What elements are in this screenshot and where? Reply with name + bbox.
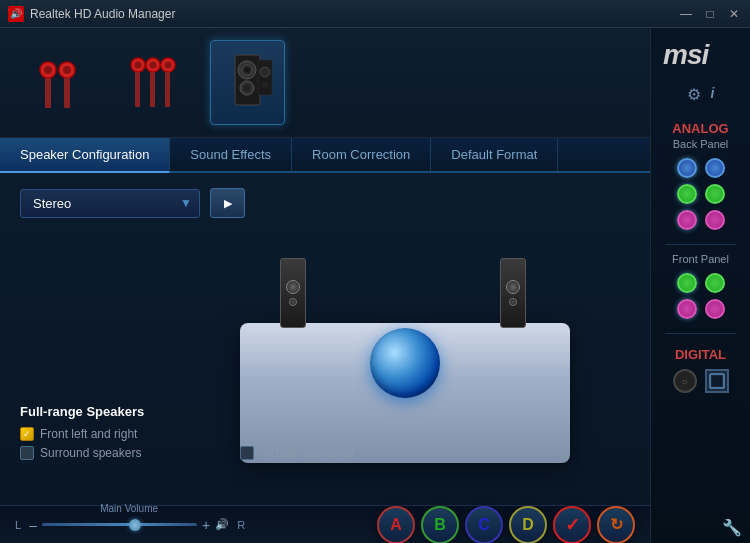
- svg-point-7: [135, 62, 142, 69]
- front-jack-pink-2[interactable]: [705, 299, 725, 319]
- front-jack-green-2[interactable]: [705, 273, 725, 293]
- button-a[interactable]: A: [377, 506, 415, 544]
- bottom-buttons: A B C D ✓ ↻: [377, 506, 635, 544]
- tab-default-format[interactable]: Default Format: [431, 138, 558, 171]
- vol-right-label: R: [237, 519, 245, 531]
- svg-rect-26: [712, 376, 722, 386]
- jack-svg-1: [30, 50, 85, 115]
- vol-left-label: L: [15, 519, 21, 531]
- back-panel-jacks-1: [677, 158, 725, 178]
- left-panel: Speaker Configuration Sound Effects Room…: [0, 28, 650, 543]
- digital-coax-icon[interactable]: [705, 369, 729, 393]
- volume-thumb[interactable]: [129, 519, 141, 531]
- svg-point-1: [44, 66, 52, 74]
- back-panel-jacks-2: [677, 184, 725, 204]
- jack-item-3[interactable]: [210, 40, 285, 125]
- tabs-bar: Speaker Configuration Sound Effects Room…: [0, 138, 650, 173]
- front-panel-jacks-2: [677, 299, 725, 319]
- svg-rect-5: [64, 78, 70, 108]
- right-icons: ⚙ i: [687, 85, 715, 104]
- button-c[interactable]: C: [465, 506, 503, 544]
- volume-bar: L Main Volume – + 🔊 R A B C D ✓ ↻: [0, 505, 650, 543]
- analog-title: ANALOG: [656, 121, 745, 136]
- button-d[interactable]: D: [509, 506, 547, 544]
- msi-logo: msi: [663, 38, 738, 77]
- jack-item-2[interactable]: [115, 40, 190, 125]
- button-b[interactable]: B: [421, 506, 459, 544]
- speaker-right: [500, 258, 530, 338]
- front-jack-green-1[interactable]: [677, 273, 697, 293]
- back-jack-blue-2[interactable]: [705, 158, 725, 178]
- back-jack-green-1[interactable]: [677, 184, 697, 204]
- jack-bar: [0, 28, 650, 138]
- checkbox-surround-speakers[interactable]: Surround speakers: [20, 446, 144, 460]
- svg-rect-2: [45, 78, 51, 108]
- volume-slider[interactable]: [42, 523, 197, 526]
- window-controls: — □ ✕: [678, 7, 742, 21]
- svg-text:msi: msi: [663, 39, 710, 70]
- jack-svg-2: [125, 50, 180, 115]
- vol-speaker-icon: 🔊: [215, 518, 229, 531]
- jack-svg-3: [220, 50, 275, 115]
- panel-divider: [665, 244, 736, 245]
- app-title: Realtek HD Audio Manager: [30, 7, 678, 21]
- svg-point-13: [165, 62, 172, 69]
- speaker-cone-right-main: [506, 280, 520, 294]
- tab-room-correction[interactable]: Room Correction: [292, 138, 431, 171]
- front-jack-pink-1[interactable]: [677, 299, 697, 319]
- digital-coax-svg: [709, 373, 725, 389]
- jack-item-1[interactable]: [20, 40, 95, 125]
- front-panel-label: Front Panel: [672, 253, 729, 265]
- close-button[interactable]: ✕: [726, 7, 742, 21]
- digital-divider: [665, 333, 736, 334]
- speaker-cone-left-main: [286, 280, 300, 294]
- front-panel-jacks-1: [677, 273, 725, 293]
- back-jack-green-2[interactable]: [705, 184, 725, 204]
- back-jack-pink-1[interactable]: [677, 210, 697, 230]
- virtual-surround-label: Virtual Surround: [260, 445, 354, 460]
- svg-point-22: [260, 67, 270, 77]
- wrench-icon[interactable]: 🔧: [722, 518, 742, 537]
- checkbox-front-left-right[interactable]: ✓ Front left and right: [20, 427, 144, 441]
- speaker-dropdown[interactable]: Stereo Quadraphonic 5.1 Speaker 7.1 Spea…: [20, 189, 200, 218]
- svg-point-4: [63, 66, 71, 74]
- fullrange-title: Full-range Speakers: [20, 404, 144, 419]
- speaker-cone-right-small: [509, 298, 517, 306]
- speaker-ball: [370, 328, 440, 398]
- checkbox-checked-icon: ✓: [20, 427, 34, 441]
- svg-point-20: [243, 84, 251, 92]
- titlebar: 🔊 Realtek HD Audio Manager — □ ✕: [0, 0, 750, 28]
- digital-optical-icon[interactable]: ○: [673, 369, 697, 393]
- content-area: Stereo Quadraphonic 5.1 Speaker 7.1 Spea…: [0, 173, 650, 505]
- button-check[interactable]: ✓: [553, 506, 591, 544]
- checkbox-label-surround: Surround speakers: [40, 446, 141, 460]
- speaker-body-left: [280, 258, 306, 328]
- virtual-surround-checkbox[interactable]: [240, 446, 254, 460]
- fullrange-section: Full-range Speakers ✓ Front left and rig…: [20, 404, 144, 465]
- app-icon: 🔊: [8, 6, 24, 22]
- svg-point-23: [262, 82, 268, 88]
- svg-rect-8: [135, 72, 140, 107]
- svg-point-10: [150, 62, 157, 69]
- back-panel-label: Back Panel: [673, 138, 729, 150]
- info-icon[interactable]: i: [711, 85, 715, 104]
- volume-slider-container: Main Volume – + 🔊: [29, 517, 229, 533]
- maximize-button[interactable]: □: [702, 7, 718, 21]
- main-container: Speaker Configuration Sound Effects Room…: [0, 28, 750, 543]
- settings-icon[interactable]: ⚙: [687, 85, 701, 104]
- back-panel-jacks-3: [677, 210, 725, 230]
- tab-sound-effects[interactable]: Sound Effects: [170, 138, 292, 171]
- back-jack-blue-1[interactable]: [677, 158, 697, 178]
- svg-rect-11: [150, 72, 155, 107]
- button-refresh[interactable]: ↻: [597, 506, 635, 544]
- checkbox-label-front: Front left and right: [40, 427, 137, 441]
- tab-speaker-configuration[interactable]: Speaker Configuration: [0, 138, 170, 173]
- speaker-left: [280, 258, 310, 338]
- vol-min-icon: –: [29, 517, 37, 533]
- digital-title: DIGITAL: [656, 347, 745, 362]
- back-jack-pink-2[interactable]: [705, 210, 725, 230]
- checkbox-unchecked-icon: [20, 446, 34, 460]
- svg-rect-14: [165, 72, 170, 107]
- minimize-button[interactable]: —: [678, 7, 694, 21]
- speaker-cone-left-small: [289, 298, 297, 306]
